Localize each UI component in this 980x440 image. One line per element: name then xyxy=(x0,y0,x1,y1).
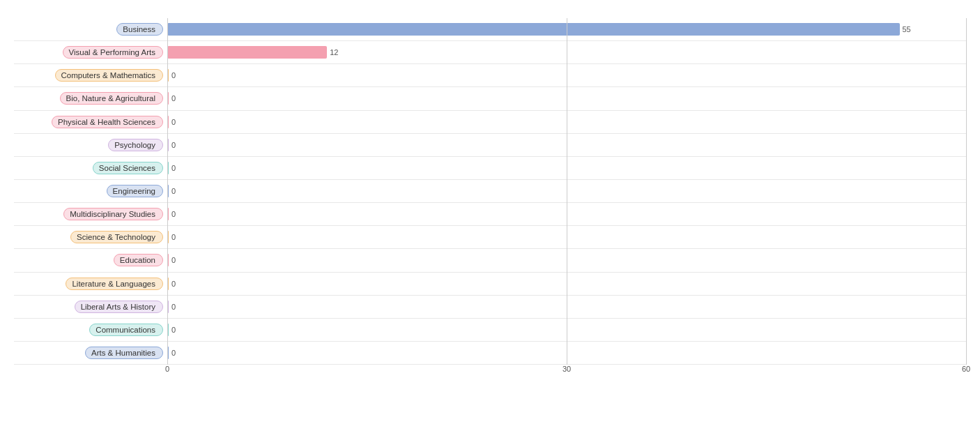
bar-value-label: 0 xyxy=(171,94,176,103)
bar-row: Engineering0 xyxy=(14,180,966,203)
bar-track: 0 xyxy=(167,137,966,153)
bar-label: Liberal Arts & History xyxy=(14,301,167,313)
bar-label-text: Business xyxy=(116,23,163,36)
bar-label: Engineering xyxy=(14,185,167,197)
bar-label-text: Education xyxy=(114,254,163,266)
bar-label: Literature & Languages xyxy=(14,278,167,290)
bar-label: Social Sciences xyxy=(14,162,167,174)
bar-track: 0 xyxy=(167,68,966,83)
bar-value-label: 0 xyxy=(171,280,176,288)
bar-label: Visual & Performing Arts xyxy=(14,46,167,59)
bar-track: 0 xyxy=(167,114,966,130)
x-tick: 60 xyxy=(962,365,970,373)
bar-value-label: 0 xyxy=(171,233,176,241)
x-tick: 0 xyxy=(165,365,169,373)
bar-row: Communications0 xyxy=(14,319,966,342)
bar-label-text: Science & Technology xyxy=(70,231,163,243)
chart-container: Business55Visual & Performing Arts12Comp… xyxy=(0,0,980,440)
bar-label: Multidisciplinary Studies xyxy=(14,208,167,220)
bar-fill xyxy=(167,208,169,220)
bar-row: Bio, Nature & Agricultural0 xyxy=(14,87,966,110)
bar-value-label: 0 xyxy=(171,118,176,126)
bar-track: 0 xyxy=(167,322,966,337)
bar-value-label: 0 xyxy=(171,210,176,218)
bar-label-text: Physical & Health Sciences xyxy=(52,116,163,128)
chart-area: Business55Visual & Performing Arts12Comp… xyxy=(14,18,966,381)
grid-line xyxy=(966,18,967,365)
bar-value-label: 0 xyxy=(171,256,176,264)
bar-track: 0 xyxy=(167,91,966,106)
bar-value-label: 0 xyxy=(171,141,176,149)
bar-value-label: 0 xyxy=(171,71,176,79)
bar-label-text: Literature & Languages xyxy=(66,278,163,290)
bar-track: 0 xyxy=(167,206,966,222)
bar-fill xyxy=(167,347,169,359)
bar-fill xyxy=(167,116,169,128)
bar-track: 12 xyxy=(167,45,966,60)
bar-label-text: Bio, Nature & Agricultural xyxy=(60,92,163,105)
bar-row: Liberal Arts & History0 xyxy=(14,296,966,319)
bar-fill xyxy=(167,185,169,197)
bar-value-label: 0 xyxy=(171,164,176,172)
bar-row: Arts & Humanities0 xyxy=(14,342,966,365)
bar-row: Computers & Mathematics0 xyxy=(14,64,966,87)
bar-track: 0 xyxy=(167,345,966,361)
bar-fill xyxy=(167,69,169,82)
bar-fill xyxy=(167,254,169,266)
bar-track: 0 xyxy=(167,276,966,291)
bar-fill xyxy=(167,23,900,36)
bar-value-label: 55 xyxy=(903,25,911,33)
bar-label: Communications xyxy=(14,324,167,336)
x-tick: 30 xyxy=(562,365,571,373)
bar-value-label: 0 xyxy=(171,349,176,357)
bar-label: Arts & Humanities xyxy=(14,347,167,359)
bar-row: Multidisciplinary Studies0 xyxy=(14,203,966,226)
x-axis: 03060 xyxy=(167,365,966,381)
bar-label: Computers & Mathematics xyxy=(14,69,167,82)
bar-label: Business xyxy=(14,23,167,36)
bar-track: 0 xyxy=(167,299,966,314)
bar-label: Science & Technology xyxy=(14,231,167,243)
bar-label: Psychology xyxy=(14,139,167,151)
bar-label-text: Visual & Performing Arts xyxy=(63,46,163,59)
bar-track: 0 xyxy=(167,160,966,176)
bar-fill xyxy=(167,139,169,151)
bar-fill xyxy=(167,92,169,105)
bar-value-label: 0 xyxy=(171,326,176,334)
bar-label-text: Social Sciences xyxy=(93,162,163,174)
bar-row: Psychology0 xyxy=(14,134,966,157)
bar-label-text: Communications xyxy=(89,324,163,336)
bar-row: Science & Technology0 xyxy=(14,226,966,249)
bar-value-label: 0 xyxy=(171,303,176,311)
bar-label-text: Computers & Mathematics xyxy=(55,69,164,82)
bar-row: Business55 xyxy=(14,18,966,41)
bar-fill xyxy=(167,162,169,174)
bar-fill xyxy=(167,46,327,59)
bars-wrapper: Business55Visual & Performing Arts12Comp… xyxy=(14,18,966,365)
bar-row: Visual & Performing Arts12 xyxy=(14,41,966,64)
bars-and-grid: Business55Visual & Performing Arts12Comp… xyxy=(14,18,966,381)
bar-track: 0 xyxy=(167,229,966,245)
bar-row: Physical & Health Sciences0 xyxy=(14,111,966,134)
bar-fill xyxy=(167,301,169,313)
bar-fill xyxy=(167,231,169,243)
bar-fill xyxy=(167,278,169,290)
bar-track: 0 xyxy=(167,183,966,199)
bar-track: 55 xyxy=(167,22,966,37)
bar-label-text: Psychology xyxy=(108,139,163,151)
bar-row: Literature & Languages0 xyxy=(14,273,966,296)
bar-label-text: Multidisciplinary Studies xyxy=(63,208,163,220)
bar-value-label: 0 xyxy=(171,187,176,195)
bar-label: Bio, Nature & Agricultural xyxy=(14,92,167,105)
bar-label: Physical & Health Sciences xyxy=(14,116,167,128)
bar-value-label: 12 xyxy=(330,48,338,56)
bar-label-text: Engineering xyxy=(107,185,163,197)
bar-row: Social Sciences0 xyxy=(14,157,966,180)
bar-label-text: Arts & Humanities xyxy=(85,347,163,359)
bar-label: Education xyxy=(14,254,167,266)
bar-fill xyxy=(167,324,169,336)
bar-row: Education0 xyxy=(14,249,966,272)
bar-track: 0 xyxy=(167,252,966,268)
bar-label-text: Liberal Arts & History xyxy=(75,301,163,313)
